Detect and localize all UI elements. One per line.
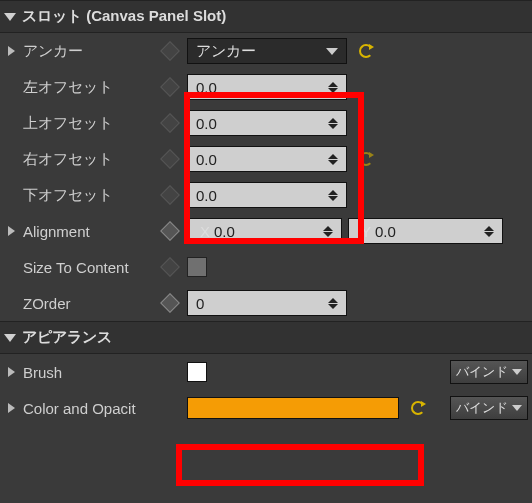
pin-icon[interactable] — [160, 221, 180, 241]
offset-bottom-input[interactable]: 0.0 — [187, 182, 347, 208]
row-offset-right: 右オフセット 0.0 — [0, 141, 532, 177]
bind-button[interactable]: バインド — [450, 396, 528, 420]
row-brush: Brush バインド — [0, 354, 532, 390]
label-alignment: Alignment — [23, 223, 163, 240]
chevron-right-icon[interactable] — [8, 226, 15, 236]
revert-icon[interactable] — [411, 401, 425, 415]
revert-icon[interactable] — [359, 44, 373, 58]
spin-handle-icon — [323, 226, 333, 237]
highlight-color — [176, 444, 424, 486]
offset-right-input[interactable]: 0.0 — [187, 146, 347, 172]
details-panel: スロット (Canvas Panel Slot) アンカー アンカー 左オフセッ… — [0, 0, 532, 426]
label-offset-top: 上オフセット — [23, 114, 163, 133]
chevron-right-icon[interactable] — [8, 403, 15, 413]
offset-left-input[interactable]: 0.0 — [187, 74, 347, 100]
row-alignment: Alignment X 0.0 Y 0.0 — [0, 213, 532, 249]
anchors-combo[interactable]: アンカー — [187, 38, 347, 64]
spin-value: 0.0 — [196, 187, 217, 204]
row-zorder: ZOrder 0 — [0, 285, 532, 321]
pin-icon[interactable] — [160, 293, 180, 313]
chevron-right-icon[interactable] — [8, 46, 15, 56]
label-offset-bottom: 下オフセット — [23, 186, 163, 205]
spin-value: 0 — [196, 295, 204, 312]
dropdown-arrow-icon — [512, 369, 522, 375]
spin-value: 0.0 — [196, 151, 217, 168]
row-offset-bottom: 下オフセット 0.0 — [0, 177, 532, 213]
chevron-down-icon — [4, 13, 16, 21]
section-title: アピアランス — [22, 328, 112, 347]
combo-value: アンカー — [196, 42, 256, 61]
bind-button[interactable]: バインド — [450, 360, 528, 384]
spin-handle-icon — [328, 298, 338, 309]
pin-icon[interactable] — [160, 257, 180, 277]
chevron-down-icon — [4, 334, 16, 342]
bind-label: バインド — [456, 363, 508, 381]
label-color-opacity: Color and Opacit — [23, 400, 163, 417]
label-size-to-content: Size To Content — [23, 259, 163, 276]
label-zorder: ZOrder — [23, 295, 163, 312]
pin-icon[interactable] — [160, 41, 180, 61]
offset-top-input[interactable]: 0.0 — [187, 110, 347, 136]
row-size-to-content: Size To Content — [0, 249, 532, 285]
row-offset-top: 上オフセット 0.0 — [0, 105, 532, 141]
alignment-y-input[interactable]: Y 0.0 — [348, 218, 503, 244]
spin-value: 0.0 — [375, 223, 396, 240]
dropdown-arrow-icon — [326, 48, 338, 55]
row-color-opacity: Color and Opacit バインド — [0, 390, 532, 426]
spin-handle-icon — [328, 154, 338, 165]
spin-value: 0.0 — [214, 223, 235, 240]
section-header-slot[interactable]: スロット (Canvas Panel Slot) — [0, 0, 532, 33]
label-anchors: アンカー — [23, 42, 163, 61]
alignment-x-input[interactable]: X 0.0 — [187, 218, 342, 244]
section-title: スロット (Canvas Panel Slot) — [22, 7, 226, 26]
spin-value: 0.0 — [196, 79, 217, 96]
row-offset-left: 左オフセット 0.0 — [0, 69, 532, 105]
color-opacity-swatch[interactable] — [187, 397, 399, 419]
zorder-input[interactable]: 0 — [187, 290, 347, 316]
size-to-content-checkbox[interactable] — [187, 257, 207, 277]
section-header-appearance[interactable]: アピアランス — [0, 321, 532, 354]
revert-icon[interactable] — [359, 152, 373, 166]
pin-icon[interactable] — [160, 185, 180, 205]
label-brush: Brush — [23, 364, 163, 381]
label-offset-right: 右オフセット — [23, 150, 163, 169]
pin-icon[interactable] — [160, 77, 180, 97]
spin-handle-icon — [328, 190, 338, 201]
chevron-right-icon[interactable] — [8, 367, 15, 377]
row-anchors: アンカー アンカー — [0, 33, 532, 69]
y-label: Y — [357, 223, 375, 240]
label-offset-left: 左オフセット — [23, 78, 163, 97]
x-label: X — [196, 223, 214, 240]
bind-label: バインド — [456, 399, 508, 417]
pin-icon[interactable] — [160, 113, 180, 133]
spin-handle-icon — [484, 226, 494, 237]
spin-value: 0.0 — [196, 115, 217, 132]
brush-color-swatch[interactable] — [187, 362, 207, 382]
dropdown-arrow-icon — [512, 405, 522, 411]
spin-handle-icon — [328, 118, 338, 129]
pin-icon[interactable] — [160, 149, 180, 169]
spin-handle-icon — [328, 82, 338, 93]
